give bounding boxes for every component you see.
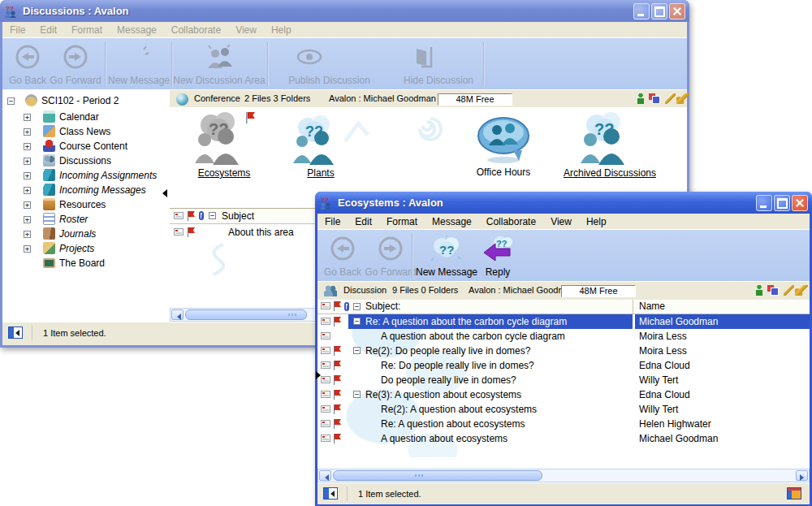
menu-edit[interactable]: Edit: [348, 214, 379, 229]
expand-expander[interactable]: +: [24, 114, 31, 121]
maximize-button[interactable]: [651, 3, 667, 19]
expand-expander[interactable]: +: [24, 231, 31, 238]
menu-bar: File Edit Format Message Collaborate Vie…: [317, 214, 810, 230]
expand-expander[interactable]: +: [24, 245, 31, 253]
menu-view[interactable]: View: [228, 23, 264, 37]
table-row[interactable]: Re: Do people really live in domes? Edna…: [317, 358, 810, 373]
expand-expander[interactable]: +: [24, 128, 31, 136]
expand-expander[interactable]: +: [24, 158, 31, 165]
svg-text:??: ??: [496, 239, 508, 249]
minimize-button[interactable]: [756, 195, 772, 211]
menu-message[interactable]: Message: [110, 23, 164, 37]
status-separator: [32, 326, 33, 340]
hide-discussion-button[interactable]: Hide Discussion: [391, 38, 486, 90]
window-title: Discussions : Avalon: [23, 5, 129, 17]
new-message-button[interactable]: New Message: [108, 38, 170, 90]
menu-file[interactable]: File: [2, 23, 32, 37]
toolbar-separator: [105, 41, 106, 87]
container-kind: Conference: [194, 93, 240, 103]
desktop-icon-archived-discussions[interactable]: ?? Archived Discussions: [545, 111, 675, 179]
scroll-left-button[interactable]: [171, 309, 184, 320]
container-kind: Discussion: [343, 285, 387, 295]
menu-format[interactable]: Format: [64, 23, 110, 37]
pane-collapse-handle[interactable]: [316, 371, 325, 379]
minimize-button[interactable]: [633, 3, 650, 19]
go-forward-button[interactable]: Go Forward: [50, 38, 102, 90]
chalkboard-icon: [43, 258, 55, 268]
go-forward-button[interactable]: Go Forward: [365, 230, 417, 282]
account-label: Avalon : Michael Goodman: [469, 285, 576, 295]
key-pencil-permission-icon: [795, 285, 808, 296]
flag-icon: [333, 346, 341, 356]
close-button[interactable]: [669, 3, 685, 19]
scrollbar-thumb[interactable]: [185, 309, 307, 320]
table-row[interactable]: Do people really live in domes? Willy Te…: [317, 373, 810, 387]
subject-column-header[interactable]: Subject: [222, 210, 254, 222]
new-message-button[interactable]: ?? New Message: [415, 230, 478, 282]
collapse-expander[interactable]: −: [7, 97, 15, 105]
flag-icon: [187, 211, 195, 221]
table-row[interactable]: − Re(2): Do people really live in domes?…: [317, 344, 810, 358]
reply-button[interactable]: ?? Reply: [478, 230, 517, 282]
expand-expander[interactable]: +: [24, 172, 31, 179]
menu-help[interactable]: Help: [264, 23, 299, 37]
menu-format[interactable]: Format: [379, 214, 425, 229]
expand-expander[interactable]: +: [24, 187, 31, 194]
table-row[interactable]: Re: A question about ecosystems Helen Hi…: [317, 417, 810, 431]
close-button[interactable]: [792, 195, 808, 211]
collapse-expander[interactable]: −: [353, 347, 361, 354]
name-column-header[interactable]: Name: [639, 301, 665, 312]
view-mode-icon[interactable]: [787, 487, 801, 500]
envelope-icon: [174, 212, 184, 219]
table-row[interactable]: − Re: A question about the carbon cycle …: [317, 314, 810, 329]
calendar-icon: [43, 110, 55, 123]
table-row[interactable]: Re(2): A question about ecosystems Willy…: [317, 402, 810, 417]
desktop-icon-office-hours[interactable]: Office Hours: [456, 115, 551, 178]
expand-expander[interactable]: +: [24, 216, 31, 223]
horizontal-scrollbar[interactable]: [317, 469, 810, 482]
flask-icon: [25, 94, 37, 106]
pencil-permission-icon: [784, 285, 794, 296]
collapse-expander[interactable]: −: [353, 391, 361, 398]
expand-expander[interactable]: +: [24, 143, 31, 150]
subject-column-header[interactable]: Subject:: [365, 301, 400, 312]
pane-collapse-handle[interactable]: [158, 189, 167, 197]
scrollbar-thumb[interactable]: [333, 470, 542, 481]
table-row[interactable]: A question about ecosystems Michael Good…: [317, 431, 810, 446]
column-divider[interactable]: [633, 300, 633, 314]
maximize-button[interactable]: [774, 195, 790, 211]
menu-message[interactable]: Message: [425, 214, 479, 229]
expand-expander[interactable]: +: [24, 201, 31, 209]
hide-discussion-icon: [410, 38, 434, 75]
menu-view[interactable]: View: [543, 214, 579, 229]
conference-info-bar: Conference 2 Files 3 Folders Avalon : Mi…: [170, 89, 687, 109]
split-pane-icon[interactable]: [323, 487, 338, 500]
flag-icon: [333, 301, 341, 311]
folder-tree-pane: − SCI102 - Period 2 + Calendar + Class N…: [2, 89, 171, 322]
menu-file[interactable]: File: [317, 214, 348, 229]
collapse-expander[interactable]: −: [353, 318, 361, 325]
publish-discussion-button[interactable]: Publish Discussion: [270, 38, 388, 90]
collapse-all-expander[interactable]: −: [209, 212, 216, 219]
pencil-permission-icon: [665, 93, 676, 104]
new-message-icon: ??: [430, 230, 463, 266]
scroll-right-button[interactable]: [796, 470, 808, 481]
table-row[interactable]: A question about the carbon cycle diagra…: [317, 329, 810, 344]
menu-edit[interactable]: Edit: [32, 23, 64, 37]
flag-icon: [245, 112, 255, 123]
menu-help[interactable]: Help: [579, 214, 614, 229]
table-row[interactable]: − Re(3): A question about ecosystems Edn…: [317, 387, 810, 402]
menu-collaborate[interactable]: Collaborate: [164, 23, 228, 37]
menu-collaborate[interactable]: Collaborate: [479, 214, 543, 229]
desktop-icon-ecosystems[interactable]: ?? Ecosystems: [181, 111, 267, 179]
split-pane-icon[interactable]: [8, 327, 23, 339]
ecosystems-titlebar[interactable]: ?? Ecosystems : Avalon: [315, 192, 812, 214]
collapse-all-expander[interactable]: −: [353, 303, 361, 310]
go-back-button[interactable]: Go Back: [321, 230, 365, 282]
discussions-titlebar[interactable]: ?? Discussions : Avalon: [0, 0, 689, 22]
new-discussion-area-button[interactable]: New Discussion Area: [175, 38, 264, 90]
forward-icon: [377, 230, 404, 266]
desktop-icon-plants[interactable]: ?? Plants: [282, 115, 360, 179]
go-back-button[interactable]: Go Back: [6, 38, 50, 90]
scroll-left-button[interactable]: [319, 470, 331, 481]
